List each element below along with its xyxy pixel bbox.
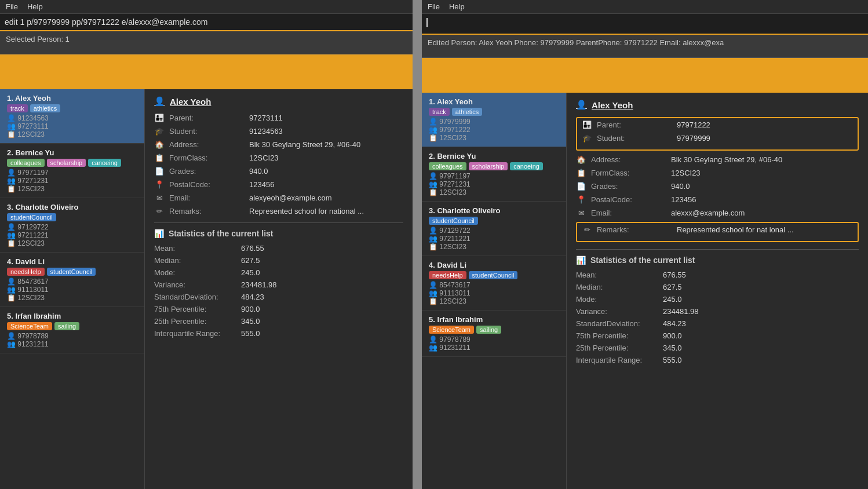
left-person-item-5[interactable]: 5. Irfan Ibrahim ScienceTeam sailing 👤 9… xyxy=(0,307,144,353)
left-stats-icon: 📊 xyxy=(154,229,164,238)
right-postal-value: 123456 xyxy=(671,195,696,204)
right-stats-p75: 75th Percentile: 900.0 xyxy=(576,331,859,340)
right-person-item-1[interactable]: 1. Alex Yeoh track athletics 👤 97979999 … xyxy=(422,93,566,147)
left-remarks-value: Represented school for national ... xyxy=(249,207,364,216)
left-person-phone-3a: 👤 97129722 xyxy=(7,223,137,231)
left-main-content: 1. Alex Yeoh track athletics 👤 91234563 … xyxy=(0,89,413,489)
left-detail-name: 👤 Alex Yeoh xyxy=(154,96,403,107)
left-detail-formclass-row: 📋 FormClass: 12SCI23 xyxy=(154,154,403,162)
left-address-label: Address: xyxy=(169,140,245,149)
right-stats-mean: Mean: 676.55 xyxy=(576,271,859,279)
left-stats-title: 📊 Statistics of the current list xyxy=(154,229,403,238)
right-remarks-value: Represented school for nat ional ... xyxy=(677,225,794,234)
right-postal-label: PostalCode: xyxy=(591,195,666,204)
right-tag-studentcouncil-4: studentCouncil xyxy=(469,271,518,279)
right-p25-label: 25th Percentile: xyxy=(576,344,663,352)
left-person-item-1[interactable]: 1. Alex Yeoh track athletics 👤 91234563 … xyxy=(0,89,144,144)
left-p75-value: 900.0 xyxy=(241,305,260,313)
tag-studentcouncil-3: studentCouncil xyxy=(7,213,56,221)
right-detail-person-icon: 👤 xyxy=(576,100,587,110)
right-remarks-highlight-box: ✏ Remarks: Represented school for nat io… xyxy=(576,222,859,242)
left-person-item-2[interactable]: 2. Bernice Yu colleagues scholarship can… xyxy=(0,144,144,198)
right-person-tags-4: needsHelp studentCouncil xyxy=(429,271,559,279)
left-person-list: 1. Alex Yeoh track athletics 👤 91234563 … xyxy=(0,89,145,489)
right-menu-file[interactable]: File xyxy=(428,2,440,11)
left-person-class-4: 📋 12SCI23 xyxy=(7,294,137,302)
right-median-label: Median: xyxy=(576,283,663,291)
right-person-item-5[interactable]: 5. Irfan Ibrahim ScienceTeam sailing 👤 9… xyxy=(422,311,566,357)
left-person-item-3[interactable]: 3. Charlotte Oliveiro studentCouncil 👤 9… xyxy=(0,198,144,253)
tag-colleagues-2: colleagues xyxy=(7,159,45,167)
right-person-tags-2: colleagues scholarship canoeing xyxy=(429,162,559,170)
left-detail-parent-row: 👨‍👧 Parent: 97273111 xyxy=(154,114,403,122)
left-person-name-2: 2. Bernice Yu xyxy=(7,148,137,157)
right-student-icon: 🎓 xyxy=(582,134,592,143)
left-person-phone-4b: 👥 91113011 xyxy=(7,286,137,294)
left-person-phone-2a: 👤 97971197 xyxy=(7,169,137,177)
right-tag-track-1: track xyxy=(429,108,450,116)
left-status-bar: Selected Person: 1 xyxy=(0,31,413,54)
right-person-tags-1: track athletics xyxy=(429,108,559,116)
right-stats-section: 📊 Statistics of the current list Mean: 6… xyxy=(576,249,859,364)
left-parent-label: Parent: xyxy=(169,114,245,122)
right-person-class-2: 📋 12SCI23 xyxy=(429,188,559,196)
right-address-icon: 🏠 xyxy=(576,155,586,164)
right-person-phone-4a: 👤 85473617 xyxy=(429,281,559,289)
right-person-name-3: 3. Charlotte Oliveiro xyxy=(429,206,559,215)
left-status-text: Selected Person: 1 xyxy=(6,35,70,43)
right-formclass-value: 12SCI23 xyxy=(671,169,701,177)
right-mean-value: 676.55 xyxy=(663,271,686,279)
left-address-icon: 🏠 xyxy=(154,140,165,149)
right-person-item-2[interactable]: 2. Bernice Yu colleagues scholarship can… xyxy=(422,147,566,202)
right-tag-sailing-5: sailing xyxy=(476,326,501,334)
right-person-name-5: 5. Irfan Ibrahim xyxy=(429,315,559,324)
left-detail-remarks-row: ✏ Remarks: Represented school for nation… xyxy=(154,207,403,216)
right-detail-postal-row: 📍 PostalCode: 123456 xyxy=(576,195,859,204)
left-command-input[interactable] xyxy=(5,17,408,27)
right-person-name-1: 1. Alex Yeoh xyxy=(429,97,559,106)
right-stats-icon: 📊 xyxy=(576,256,586,265)
right-address-value: Blk 30 Geylang Street 29, #06-40 xyxy=(671,155,782,164)
right-parent-icon: 👨‍👧 xyxy=(582,121,592,129)
right-person-class-1: 📋 12SCI23 xyxy=(429,134,559,142)
right-detail-parent-row: 👨‍👧 Parent: 97971222 xyxy=(582,121,853,129)
left-p25-label: 25th Percentile: xyxy=(154,317,241,326)
right-mode-label: Mode: xyxy=(576,295,663,304)
right-person-item-4[interactable]: 4. David Li needsHelp studentCouncil 👤 8… xyxy=(422,256,566,311)
left-postal-label: PostalCode: xyxy=(169,180,245,189)
left-menu-file[interactable]: File xyxy=(6,2,18,11)
left-person-name-3: 3. Charlotte Oliveiro xyxy=(7,203,137,211)
left-stats-std: StandardDeviation: 484.23 xyxy=(154,293,403,301)
left-stats-variance: Variance: 234481.98 xyxy=(154,280,403,289)
tag-needshelp-4: needsHelp xyxy=(7,268,45,276)
left-email-value: alexyeoh@example.com xyxy=(249,194,332,202)
left-menu-help[interactable]: Help xyxy=(27,2,43,11)
left-person-name-4: 4. David Li xyxy=(7,257,137,266)
tag-canoeing-2: canoeing xyxy=(88,159,121,167)
right-person-name-2: 2. Bernice Yu xyxy=(429,152,559,160)
right-stats-median: Median: 627.5 xyxy=(576,283,859,291)
right-detail-panel: 👤 Alex Yeoh 👨‍👧 Parent: 97971222 🎓 Stude… xyxy=(567,93,868,489)
left-grades-value: 940.0 xyxy=(249,167,268,176)
left-stats-iqr: Interquartile Range: 555.0 xyxy=(154,329,403,338)
svg-marker-0 xyxy=(172,60,241,83)
left-detail-name-text: Alex Yeoh xyxy=(170,97,211,107)
right-menu-help[interactable]: Help xyxy=(449,2,465,11)
right-person-item-3[interactable]: 3. Charlotte Oliveiro studentCouncil 👤 9… xyxy=(422,202,566,256)
right-variance-value: 234481.98 xyxy=(663,307,698,316)
left-mode-label: Mode: xyxy=(154,268,241,277)
right-person-class-4: 📋 12SCI23 xyxy=(429,297,559,305)
right-variance-label: Variance: xyxy=(576,307,663,316)
right-postal-icon: 📍 xyxy=(576,195,586,204)
left-iqr-label: Interquartile Range: xyxy=(154,329,241,338)
left-remarks-label: Remarks: xyxy=(169,207,245,216)
window-divider xyxy=(417,0,422,489)
left-stats-section: 📊 Statistics of the current list Mean: 6… xyxy=(154,222,403,338)
left-person-phone-1b: 👥 97273111 xyxy=(7,122,137,130)
left-person-item-4[interactable]: 4. David Li needsHelp studentCouncil 👤 8… xyxy=(0,253,144,307)
right-person-phone-2a: 👤 97971197 xyxy=(429,172,559,180)
left-address-value: Blk 30 Geylang Street 29, #06-40 xyxy=(249,140,360,149)
right-stats-std: StandardDeviation: 484.23 xyxy=(576,319,859,328)
left-stats-p25: 25th Percentile: 345.0 xyxy=(154,317,403,326)
right-person-phone-5a: 👤 97978789 xyxy=(429,335,559,344)
